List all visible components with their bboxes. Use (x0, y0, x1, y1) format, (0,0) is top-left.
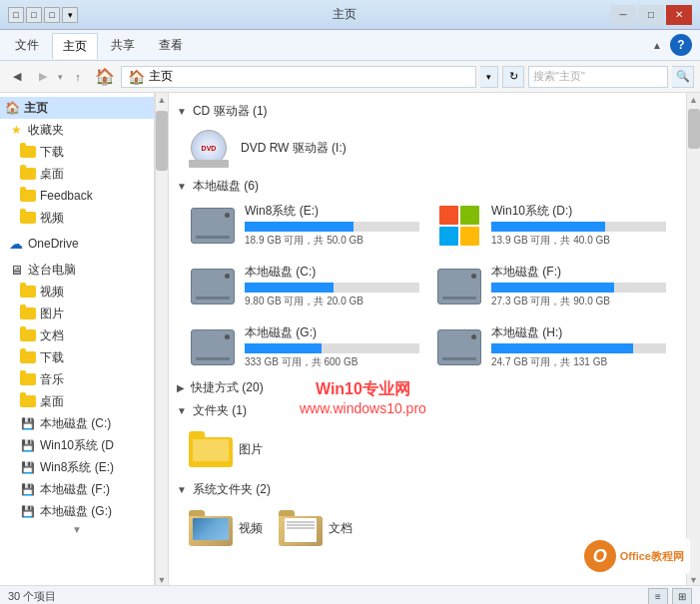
address-home-icon: 🏠 (128, 69, 145, 85)
back-button[interactable]: ◀ (6, 66, 28, 88)
content-area: ▼ CD 驱动器 (1) DVD DVD RW 驱动器 (I:) ▼ 本地磁盘 … (169, 93, 686, 585)
sidebar-item-drive-f[interactable]: 💾 本地磁盘 (F:) (0, 478, 154, 500)
sidebar-item-favorites[interactable]: ★ 收藏夹 (0, 119, 154, 141)
address-field[interactable]: 🏠 主页 (121, 66, 476, 88)
sidebar-item-drive-d[interactable]: 💾 Win10系统 (D (0, 434, 154, 456)
forward-button[interactable]: ▶ (32, 66, 54, 88)
pin-icon[interactable]: □ (26, 7, 42, 23)
local-section-header[interactable]: ▼ 本地磁盘 (6) (177, 178, 678, 195)
ribbon-collapse-btn[interactable]: ▲ (652, 40, 662, 51)
view-grid-btn[interactable]: ⊞ (672, 588, 692, 605)
sidebar-video-label: 视频 (40, 210, 64, 227)
folder-pictures-icon (20, 305, 36, 321)
minimize-button[interactable]: ─ (610, 5, 636, 25)
sidebar-item-drive-g[interactable]: 💾 本地磁盘 (G:) (0, 500, 154, 522)
title-bar-icons: □ □ □ ▾ (8, 7, 78, 23)
drive-g-size: 333 GB 可用，共 600 GB (245, 355, 419, 369)
folder-arrow-icon: ▼ (177, 405, 187, 416)
sidebar-pc-downloads-label: 下载 (40, 349, 64, 366)
maximize-button[interactable]: □ (638, 5, 664, 25)
sidebar-item-onedrive[interactable]: ☁ OneDrive (0, 233, 154, 255)
dvd-drive-item[interactable]: DVD DVD RW 驱动器 (I:) (177, 124, 678, 172)
tab-view[interactable]: 查看 (148, 32, 194, 58)
sidebar-item-pc-pictures[interactable]: 图片 (0, 302, 154, 324)
sidebar-item-pc-docs[interactable]: 文档 (0, 324, 154, 346)
sidebar-drive-g-label: 本地磁盘 (G:) (40, 503, 112, 520)
sidebar-item-drive-c[interactable]: 💾 本地磁盘 (C:) (0, 412, 154, 434)
sidebar-item-pc-downloads[interactable]: 下载 (0, 346, 154, 368)
sidebar-drive-e-label: Win8系统 (E:) (40, 459, 114, 476)
cd-section-header[interactable]: ▼ CD 驱动器 (1) (177, 103, 678, 120)
sysfolder-icon-docs (279, 510, 323, 546)
system-icon[interactable]: □ (8, 7, 24, 23)
drive-item-d[interactable]: Win10系统 (D:) 13.9 GB 可用，共 40.0 GB (431, 199, 670, 252)
sysfolder-item-videos[interactable]: 视频 (185, 506, 267, 550)
scroll-track (156, 105, 168, 575)
content-scrollbar[interactable]: ▲ ▼ (686, 93, 700, 585)
sidebar-item-pc-videos[interactable]: 视频 (0, 281, 154, 302)
sidebar-item-desktop[interactable]: 桌面 (0, 163, 154, 185)
view-list-btn[interactable]: ≡ (648, 588, 668, 605)
help-button[interactable]: ? (670, 34, 692, 56)
tab-share[interactable]: 共享 (100, 32, 146, 58)
content-scroll-up[interactable]: ▲ (689, 95, 698, 105)
win-logo-icon (439, 206, 479, 246)
shortcut-arrow-icon: ▶ (177, 382, 185, 393)
sidebar-item-thispc[interactable]: 🖥 这台电脑 (0, 259, 154, 281)
drive-e-info: Win8系统 (E:) 18.9 GB 可用，共 50.0 GB (245, 203, 419, 248)
cd-section-title: CD 驱动器 (1) (193, 103, 268, 120)
drive-h-icon (435, 327, 483, 367)
window-title: 主页 (78, 6, 610, 23)
drive-d-name: Win10系统 (D:) (491, 203, 666, 220)
dropdown-icon[interactable]: ▾ (62, 7, 78, 23)
extra-icon[interactable]: □ (44, 7, 60, 23)
item-count: 30 个项目 (8, 589, 56, 604)
sidebar-item-home[interactable]: 🏠 主页 (0, 97, 154, 119)
close-button[interactable]: ✕ (666, 5, 692, 25)
drive-item-f[interactable]: 本地磁盘 (F:) 27.3 GB 可用，共 90.0 GB (431, 260, 670, 312)
folder-video-icon (20, 210, 36, 226)
refresh-button[interactable]: ↻ (502, 66, 524, 88)
content-scroll-thumb[interactable] (688, 109, 700, 149)
content-scroll-down[interactable]: ▼ (689, 575, 698, 585)
sidebar-scrollbar[interactable]: ▲ ▼ (155, 93, 169, 585)
drive-d-bar-bg (491, 222, 666, 232)
sidebar-pc-videos-label: 视频 (40, 284, 64, 301)
local-section-title: 本地磁盘 (6) (193, 178, 259, 195)
sidebar-item-video[interactable]: 视频 (0, 207, 154, 229)
folder-section-header[interactable]: ▼ 文件夹 (1) (177, 402, 678, 419)
sidebar-item-pc-desktop[interactable]: 桌面 (0, 390, 154, 412)
drive-item-h[interactable]: 本地磁盘 (H:) 24.7 GB 可用，共 131 GB (431, 320, 670, 373)
tab-file[interactable]: 文件 (4, 32, 50, 58)
sidebar-item-pc-music[interactable]: 音乐 (0, 368, 154, 390)
home-icon[interactable]: 🏠 (95, 67, 115, 86)
ribbon: 文件 主页 共享 查看 ▲ ? (0, 30, 700, 61)
address-dropdown[interactable]: ▾ (480, 66, 498, 88)
scroll-down-btn[interactable]: ▼ (158, 575, 167, 585)
drive-d-bar-fill (491, 222, 605, 232)
scroll-up-btn[interactable]: ▲ (158, 95, 167, 105)
sysfolder-item-docs[interactable]: 文档 (275, 506, 356, 550)
sidebar-drive-c-label: 本地磁盘 (C:) (40, 415, 111, 432)
sidebar-item-drive-e[interactable]: 💾 Win8系统 (E:) (0, 456, 154, 478)
drive-item-c[interactable]: 本地磁盘 (C:) 9.80 GB 可用，共 20.0 GB (185, 260, 423, 312)
search-field[interactable]: 搜索"主页" (528, 66, 668, 88)
shortcut-section-header[interactable]: ▶ 快捷方式 (20) (177, 379, 678, 396)
up-button[interactable]: ↑ (67, 66, 89, 88)
search-button[interactable]: 🔍 (672, 66, 694, 88)
sidebar-favorites-label: 收藏夹 (28, 122, 64, 139)
nav-dropdown-btn[interactable]: ▾ (58, 72, 63, 82)
tab-home[interactable]: 主页 (52, 33, 98, 59)
drive-c-bar-bg (245, 283, 419, 293)
drive-c-icon (189, 267, 237, 306)
sidebar-item-download[interactable]: 下载 (0, 141, 154, 163)
sidebar-item-feedback[interactable]: Feedback (0, 185, 154, 207)
folder-desktop-icon (20, 166, 36, 182)
folder-icon-pictures (189, 431, 233, 467)
drive-item-e[interactable]: Win8系统 (E:) 18.9 GB 可用，共 50.0 GB (185, 199, 423, 252)
sysfolder-section-title: 系统文件夹 (2) (193, 481, 271, 498)
drive-item-g[interactable]: 本地磁盘 (G:) 333 GB 可用，共 600 GB (185, 320, 423, 373)
sysfolder-section-header[interactable]: ▼ 系统文件夹 (2) (177, 481, 678, 498)
folder-item-pictures[interactable]: 图片 (185, 427, 267, 471)
scroll-thumb[interactable] (156, 111, 168, 171)
